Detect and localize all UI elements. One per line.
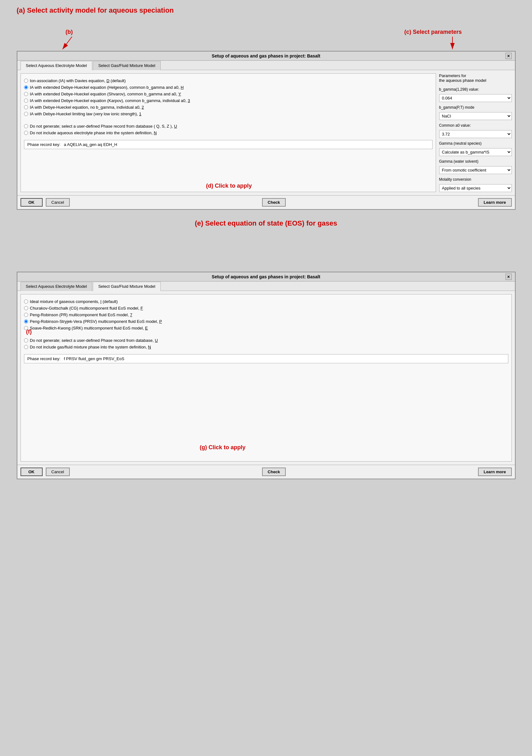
- radio-label-8: Do not include aqueous electrolyte phase…: [30, 130, 157, 135]
- g-radio-label-3-key: 7: [130, 312, 132, 317]
- radio-label-4-key: 3: [188, 98, 190, 103]
- dialog1-main-content: Ion-association (IA) with Davies equatio…: [20, 73, 436, 192]
- g-radio-label-3: Peng-Robinson (PR) multicomponent fluid …: [30, 312, 132, 317]
- dialog1-body: Ion-association (IA) with Davies equatio…: [17, 70, 515, 195]
- annotation-g: (g) Click to apply: [200, 444, 246, 451]
- g-radio-label-5-key: E: [145, 326, 148, 331]
- params-title: Parameters forthe aqueous phase model: [439, 73, 512, 83]
- radio-opt5[interactable]: [24, 105, 28, 109]
- radio-item-6: IA with Debye-Hueckel limiting law (very…: [24, 112, 433, 116]
- dialog1-ok-button[interactable]: OK: [20, 198, 43, 206]
- tab-gas-fluid[interactable]: Select Gas/Fluid Mixture Model: [93, 61, 161, 70]
- g-radio-item-4: Peng-Robinson-Stryjek-Vera (PRSV) multic…: [24, 319, 508, 324]
- g-radio-item-5: Soave-Redlich-Kwong (SRK) multicomponent…: [24, 326, 508, 331]
- g-radio-opt2[interactable]: [24, 306, 28, 310]
- param-gamma-water-select[interactable]: From osmotic coefficient: [439, 166, 512, 174]
- radio-label-5-key: 2: [142, 105, 144, 110]
- radio-label-5: IA with Debye-Hueckel equation, no b_gam…: [30, 105, 144, 110]
- dialog2-main-content: Ideal mixture of gaseous components, I (…: [20, 294, 512, 462]
- g-radio-label-1: Ideal mixture of gaseous components, I (…: [30, 299, 118, 304]
- cancel-label-2: Cancel: [51, 470, 64, 474]
- dialog1-close-button[interactable]: ×: [505, 53, 512, 59]
- radio-label-8-key: N: [154, 130, 157, 135]
- radio-label-2: IA with extended Debye-Hueckel equation …: [30, 85, 184, 90]
- g-radio-opt4[interactable]: [24, 319, 28, 323]
- radio-opt2[interactable]: [24, 85, 28, 90]
- param-b-gamma-mode-select[interactable]: NaCl: [439, 112, 512, 120]
- param-molality-label: Molality conversion: [439, 177, 512, 182]
- g-radio-opt7[interactable]: [24, 345, 28, 349]
- radio-item-7: Do not generate; select a user-defined P…: [24, 124, 433, 129]
- radio-opt6[interactable]: [24, 112, 28, 116]
- g-radio-label-2: Churakov-Gottschalk (CG) multicomponent …: [30, 306, 143, 310]
- radio-opt1[interactable]: [24, 79, 28, 83]
- dialog2: Setup of aqueous and gas phases in proje…: [17, 272, 516, 479]
- tab-aqueous-electrolyte[interactable]: Select Aqueous Electrolyte Model: [20, 61, 92, 70]
- radio-label-1: Ion-association (IA) with Davies equatio…: [30, 78, 126, 83]
- radio-label-6-key: 1: [139, 112, 141, 116]
- param-gamma-neutral-label: Gamma (neutral species): [439, 141, 512, 146]
- param-gamma-neutral-select[interactable]: Calculate as b_gamma*IS: [439, 148, 512, 156]
- phase-record-1: Phase record key: a AQELIA aq_gen aq EDH…: [24, 140, 433, 149]
- dialog1-learn-button[interactable]: Learn more: [478, 198, 512, 206]
- radio-opt4[interactable]: [24, 98, 28, 103]
- dialog1-cancel-button[interactable]: Cancel: [46, 198, 70, 206]
- phase-record-label-1: Phase record key:: [27, 142, 61, 147]
- dialog1-right-panel: Parameters forthe aqueous phase model b_…: [439, 73, 512, 192]
- g-radio-label-7: Do not include gas/fluid mixture phase i…: [30, 345, 151, 349]
- dialog1-radio-group: Ion-association (IA) with Davies equatio…: [24, 77, 433, 137]
- g-radio-label-4: Peng-Robinson-Stryjek-Vera (PRSV) multic…: [30, 319, 162, 324]
- g-radio-label-2-key: F: [140, 306, 143, 310]
- radio-label-4: IA with extended Debye-Hueckel equation …: [30, 98, 190, 103]
- dialog2-body: Ideal mixture of gaseous components, I (…: [17, 291, 515, 465]
- dialog2-ok-button[interactable]: OK: [20, 468, 43, 476]
- dialog2-learn-button[interactable]: Learn more: [478, 468, 512, 476]
- dialog2-titlebar: Setup of aqueous and gas phases in proje…: [17, 272, 515, 282]
- dialog2-tab-bar: Select Aqueous Electrolyte Model Select …: [17, 282, 515, 291]
- dialog2-footer: OK Cancel Check Learn more: [17, 465, 515, 479]
- radio-opt8[interactable]: [24, 131, 28, 135]
- radio-opt3[interactable]: [24, 92, 28, 96]
- param-b-gamma-select[interactable]: 0.064: [439, 94, 512, 102]
- g-radio-label-1-key: I: [100, 299, 102, 304]
- phase-record-2: Phase record key: f PRSV fluid_gen gm PR…: [24, 354, 508, 363]
- tab2-aqueous-electrolyte[interactable]: Select Aqueous Electrolyte Model: [20, 282, 92, 291]
- annotation-b: (b): [66, 29, 73, 35]
- g-radio-opt1[interactable]: [24, 300, 28, 304]
- radio-item-4: IA with extended Debye-Hueckel equation …: [24, 98, 433, 103]
- g-radio-opt3[interactable]: [24, 313, 28, 317]
- dialog2-close-button[interactable]: ×: [505, 274, 512, 280]
- radio-label-1-key: D: [106, 78, 109, 83]
- g-radio-item-2: Churakov-Gottschalk (CG) multicomponent …: [24, 306, 508, 310]
- radio-opt7[interactable]: [24, 124, 28, 128]
- g-radio-label-4-key: P: [159, 319, 162, 324]
- dialog2-cancel-button[interactable]: Cancel: [46, 468, 70, 476]
- param-a0-select[interactable]: 3.72: [439, 130, 512, 138]
- g-radio-item-7: Do not include gas/fluid mixture phase i…: [24, 345, 508, 349]
- tab2-gas-fluid[interactable]: Select Gas/Fluid Mixture Model: [93, 282, 161, 291]
- param-molality-select[interactable]: Applied to all species: [439, 184, 512, 192]
- cancel-label: Cancel: [51, 200, 64, 205]
- annotation-a: (a) Select activity model for aqueous sp…: [17, 6, 516, 14]
- radio-item-8: Do not include aqueous electrolyte phase…: [24, 130, 433, 135]
- g-radio-opt6[interactable]: [24, 338, 28, 342]
- dialog1-check-button[interactable]: Check: [262, 198, 286, 206]
- radio-label-7-key: U: [174, 124, 177, 129]
- dialog1-title: Setup of aqueous and gas phases in proje…: [212, 53, 320, 59]
- radio-item-5: IA with Debye-Hueckel equation, no b_gam…: [24, 105, 433, 110]
- g-radio-label-7-key: N: [148, 345, 151, 349]
- radio-item-3: IA with extended Debye-Hueckel equation …: [24, 92, 433, 96]
- g-radio-item-3: Peng-Robinson (PR) multicomponent fluid …: [24, 312, 508, 317]
- param-b-gamma-label: b_gamma(1,298) value:: [439, 87, 512, 92]
- g-radio-label-5: Soave-Redlich-Kwong (SRK) multicomponent…: [30, 326, 148, 331]
- param-gamma-water-label: Gamma (water solvent): [439, 159, 512, 164]
- phase-record-label-2: Phase record key:: [27, 356, 61, 361]
- dialog2-check-button[interactable]: Check: [262, 468, 286, 476]
- param-a0-label: Common a0 value:: [439, 123, 512, 128]
- radio-label-2-key: H: [181, 85, 184, 90]
- dialog1: Setup of aqueous and gas phases in proje…: [17, 51, 516, 210]
- radio-item-1: Ion-association (IA) with Davies equatio…: [24, 78, 433, 83]
- radio-label-7: Do not generate; select a user-defined P…: [30, 124, 177, 129]
- dialog2-title: Setup of aqueous and gas phases in proje…: [212, 274, 320, 279]
- dialog1-tab-bar: Select Aqueous Electrolyte Model Select …: [17, 61, 515, 70]
